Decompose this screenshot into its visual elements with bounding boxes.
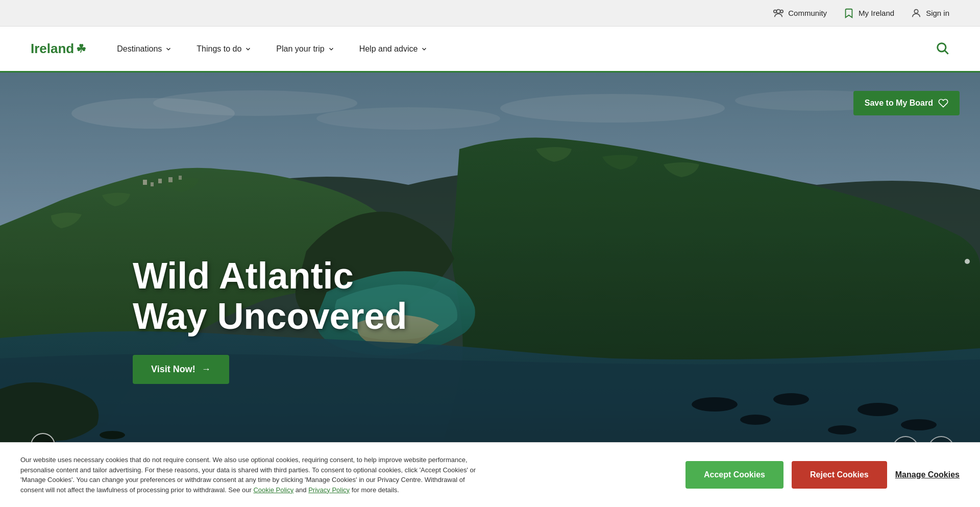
- visit-now-button[interactable]: Visit Now! →: [133, 355, 229, 384]
- visit-btn-label: Visit Now!: [151, 364, 195, 375]
- user-icon: [911, 8, 922, 19]
- things-to-do-label: Things to do: [197, 44, 241, 54]
- help-and-advice-link[interactable]: Help and advice: [359, 44, 428, 54]
- community-icon: [773, 8, 784, 19]
- bookmark-icon: [843, 8, 854, 19]
- manage-cookies-button[interactable]: Manage Cookies: [895, 470, 960, 479]
- nav-links: Destinations Things to do Plan your trip…: [117, 44, 935, 54]
- cookie-main-text: Our website uses necessary cookies that …: [20, 456, 476, 494]
- destinations-link[interactable]: Destinations: [117, 44, 172, 54]
- my-ireland-label: My Ireland: [859, 9, 894, 17]
- cookie-text: Our website uses necessary cookies that …: [20, 455, 480, 495]
- svg-point-4: [938, 43, 946, 51]
- my-ireland-link[interactable]: My Ireland: [843, 8, 894, 19]
- community-label: Community: [788, 9, 827, 17]
- utility-bar: Community My Ireland Sign in: [0, 0, 980, 27]
- plan-your-trip-label: Plan your trip: [276, 44, 324, 54]
- visit-btn-arrow: →: [202, 364, 211, 375]
- scroll-dot: [965, 259, 970, 264]
- shamrock-icon: ☘: [76, 42, 86, 56]
- sign-in-link[interactable]: Sign in: [911, 8, 949, 19]
- logo[interactable]: Ireland ☘: [31, 41, 86, 57]
- hero-title-line2: Way Uncovered: [133, 296, 407, 336]
- cookie-and-text: and: [296, 486, 307, 494]
- plan-your-trip-link[interactable]: Plan your trip: [276, 44, 334, 54]
- svg-point-1: [780, 10, 783, 12]
- hero-title: Wild Atlantic Way Uncovered: [133, 256, 407, 336]
- hero-content: Wild Atlantic Way Uncovered Visit Now! →: [133, 256, 407, 384]
- save-board-label: Save to My Board: [865, 99, 933, 108]
- chevron-down-icon: [328, 45, 335, 53]
- search-button[interactable]: [935, 41, 949, 57]
- logo-text: Ireland: [31, 41, 74, 57]
- svg-line-5: [945, 51, 948, 54]
- scroll-indicator: [965, 259, 970, 289]
- cookie-for-more-text: for more details.: [352, 486, 399, 494]
- sign-in-label: Sign in: [926, 9, 949, 17]
- search-icon: [935, 41, 949, 55]
- svg-point-0: [777, 9, 780, 13]
- help-and-advice-label: Help and advice: [359, 44, 418, 54]
- destinations-label: Destinations: [117, 44, 162, 54]
- privacy-policy-link[interactable]: Privacy Policy: [308, 486, 350, 494]
- chevron-down-icon: [421, 45, 428, 53]
- save-board-button[interactable]: Save to My Board: [853, 91, 960, 115]
- chevron-down-icon: [244, 45, 252, 53]
- accept-cookies-button[interactable]: Accept Cookies: [685, 461, 783, 489]
- heart-icon: [938, 98, 948, 108]
- community-link[interactable]: Community: [773, 8, 827, 19]
- reject-cookies-button[interactable]: Reject Cookies: [792, 461, 887, 489]
- cookie-policy-link[interactable]: Cookie Policy: [253, 486, 293, 494]
- main-nav: Ireland ☘ Destinations Things to do Plan…: [0, 27, 980, 73]
- hero-section: Save to My Board Wild Atlantic Way Uncov…: [0, 73, 980, 476]
- cookie-buttons: Accept Cookies Reject Cookies Manage Coo…: [685, 461, 960, 489]
- cookie-banner: Our website uses necessary cookies that …: [0, 442, 980, 507]
- hero-title-line1: Wild Atlantic: [133, 255, 354, 296]
- things-to-do-link[interactable]: Things to do: [197, 44, 252, 54]
- chevron-down-icon: [165, 45, 172, 53]
- svg-point-3: [914, 9, 918, 13]
- svg-point-2: [774, 10, 777, 12]
